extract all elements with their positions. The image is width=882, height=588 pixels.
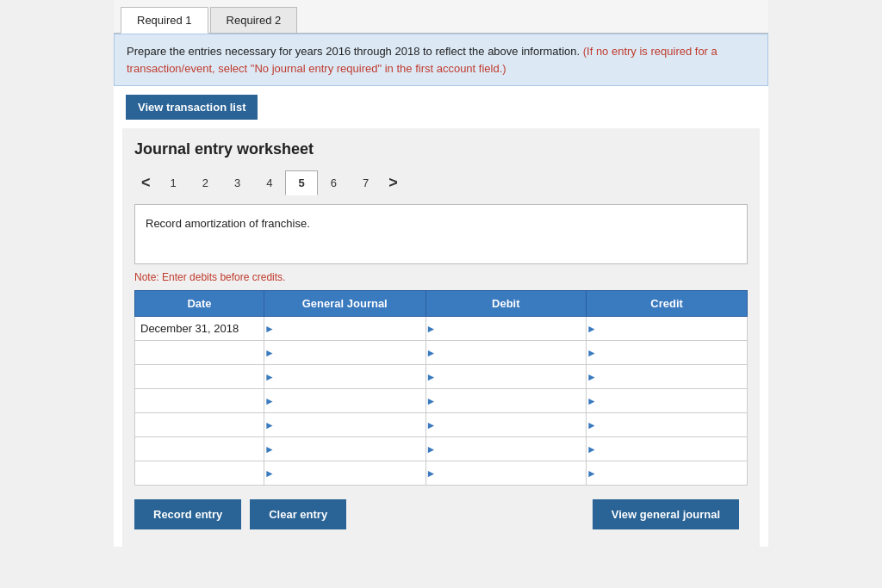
record-entry-button[interactable]: Record entry <box>134 499 241 529</box>
nav-page-4[interactable]: 4 <box>253 170 285 195</box>
credit-cell-2[interactable]: ► <box>587 341 748 365</box>
credit-input-3[interactable] <box>599 367 747 387</box>
debit-cell-2[interactable]: ► <box>425 341 587 365</box>
arrow-indicator: ► <box>587 347 597 359</box>
txn-list-btn-wrapper: View transaction list <box>114 86 768 128</box>
worksheet-container: Journal entry worksheet < 1 2 3 4 5 6 7 … <box>122 128 760 547</box>
table-row: ► ► ► <box>135 413 748 437</box>
nav-page-7[interactable]: 7 <box>350 170 382 195</box>
debit-cell-6[interactable]: ► <box>425 437 587 461</box>
col-header-date: Date <box>135 291 264 317</box>
general-journal-cell-7[interactable]: ► <box>264 461 426 486</box>
arrow-indicator: ► <box>587 323 597 335</box>
date-cell-5 <box>135 413 264 437</box>
table-row: ► ► ► <box>135 389 748 413</box>
general-journal-input-3[interactable] <box>276 367 425 387</box>
debit-cell-7[interactable]: ► <box>425 461 587 486</box>
credit-cell-3[interactable]: ► <box>587 365 748 389</box>
credit-input-4[interactable] <box>599 391 747 411</box>
credit-cell-4[interactable]: ► <box>587 389 748 413</box>
debit-input-3[interactable] <box>438 367 586 387</box>
nav-next-arrow[interactable]: > <box>382 170 405 195</box>
arrow-indicator: ► <box>426 443 437 455</box>
nav-page-1[interactable]: 1 <box>158 170 189 195</box>
debit-cell-5[interactable]: ► <box>425 413 587 437</box>
table-row: ► ► ► <box>135 437 748 461</box>
credit-input-7[interactable] <box>599 463 747 483</box>
info-banner: Prepare the entries necessary for years … <box>114 34 768 86</box>
credit-input-2[interactable] <box>599 343 747 362</box>
general-journal-cell-1[interactable]: ► <box>264 317 426 341</box>
arrow-indicator: ► <box>587 443 597 455</box>
note-text: Note: Enter debits before credits. <box>134 271 748 283</box>
tab-required-1-label: Required 1 <box>137 14 192 27</box>
general-journal-input-2[interactable] <box>276 343 425 362</box>
table-row: ► ► ► <box>135 461 748 486</box>
debit-input-7[interactable] <box>438 463 586 483</box>
arrow-indicator: ► <box>264 371 275 383</box>
nav-page-6[interactable]: 6 <box>318 170 350 195</box>
credit-cell-6[interactable]: ► <box>587 437 748 461</box>
general-journal-cell-3[interactable]: ► <box>264 365 426 389</box>
view-general-journal-button[interactable]: View general journal <box>593 499 739 529</box>
tab-required-2-label: Required 2 <box>227 14 282 27</box>
arrow-indicator: ► <box>264 467 275 480</box>
date-cell-1: December 31, 2018 <box>135 317 264 341</box>
arrow-indicator: ► <box>426 347 437 359</box>
general-journal-input-7[interactable] <box>276 463 425 483</box>
date-cell-7 <box>135 461 264 486</box>
page-wrapper: Required 1 Required 2 Prepare the entrie… <box>114 0 768 547</box>
arrow-indicator: ► <box>587 395 597 407</box>
nav-row: < 1 2 3 4 5 6 7 > <box>134 170 748 195</box>
arrow-indicator: ► <box>426 395 437 407</box>
table-row: December 31, 2018 ► ► <box>135 317 748 341</box>
debit-cell-4[interactable]: ► <box>425 389 587 413</box>
nav-prev-arrow[interactable]: < <box>134 170 158 195</box>
general-journal-cell-5[interactable]: ► <box>264 413 426 437</box>
debit-input-6[interactable] <box>438 439 586 459</box>
date-cell-6 <box>135 437 264 461</box>
nav-page-3[interactable]: 3 <box>221 170 253 195</box>
general-journal-input-1[interactable] <box>276 319 425 338</box>
view-transaction-list-button[interactable]: View transaction list <box>126 95 258 120</box>
worksheet-title: Journal entry worksheet <box>134 140 748 158</box>
description-text: Record amortization of franchise. <box>146 217 310 230</box>
credit-input-6[interactable] <box>599 439 747 459</box>
arrow-indicator: ► <box>264 419 275 431</box>
credit-cell-7[interactable]: ► <box>587 461 748 486</box>
general-journal-cell-2[interactable]: ► <box>264 341 426 365</box>
general-journal-input-5[interactable] <box>276 415 425 435</box>
general-journal-input-6[interactable] <box>276 439 425 459</box>
table-row: ► ► ► <box>135 341 748 365</box>
nav-page-5[interactable]: 5 <box>285 170 317 195</box>
bottom-buttons: Record entry Clear entry View general jo… <box>134 499 748 529</box>
date-cell-4 <box>135 389 264 413</box>
general-journal-cell-6[interactable]: ► <box>264 437 426 461</box>
general-journal-cell-4[interactable]: ► <box>264 389 426 413</box>
debit-input-2[interactable] <box>438 343 586 362</box>
col-header-debit: Debit <box>425 291 587 317</box>
credit-input-5[interactable] <box>599 415 747 435</box>
tabs-container: Required 1 Required 2 <box>114 0 768 34</box>
credit-cell-5[interactable]: ► <box>587 413 748 437</box>
arrow-indicator: ► <box>587 467 597 480</box>
arrow-indicator: ► <box>587 371 597 383</box>
general-journal-input-4[interactable] <box>276 391 425 411</box>
clear-entry-button[interactable]: Clear entry <box>250 499 346 529</box>
credit-input-1[interactable] <box>599 319 747 338</box>
debit-input-1[interactable] <box>438 319 586 338</box>
info-banner-main-text: Prepare the entries necessary for years … <box>127 45 580 58</box>
date-cell-2 <box>135 341 264 365</box>
debit-cell-1[interactable]: ► <box>425 317 587 341</box>
col-header-credit: Credit <box>587 291 748 317</box>
tab-required-2[interactable]: Required 2 <box>210 7 298 33</box>
tab-required-1[interactable]: Required 1 <box>121 7 208 34</box>
arrow-indicator: ► <box>426 467 437 480</box>
credit-cell-1[interactable]: ► <box>587 317 748 341</box>
debit-input-5[interactable] <box>438 415 586 435</box>
debit-input-4[interactable] <box>438 391 586 411</box>
debit-cell-3[interactable]: ► <box>425 365 587 389</box>
col-header-general-journal: General Journal <box>264 291 426 317</box>
nav-page-2[interactable]: 2 <box>189 170 221 195</box>
arrow-indicator: ► <box>587 419 597 431</box>
